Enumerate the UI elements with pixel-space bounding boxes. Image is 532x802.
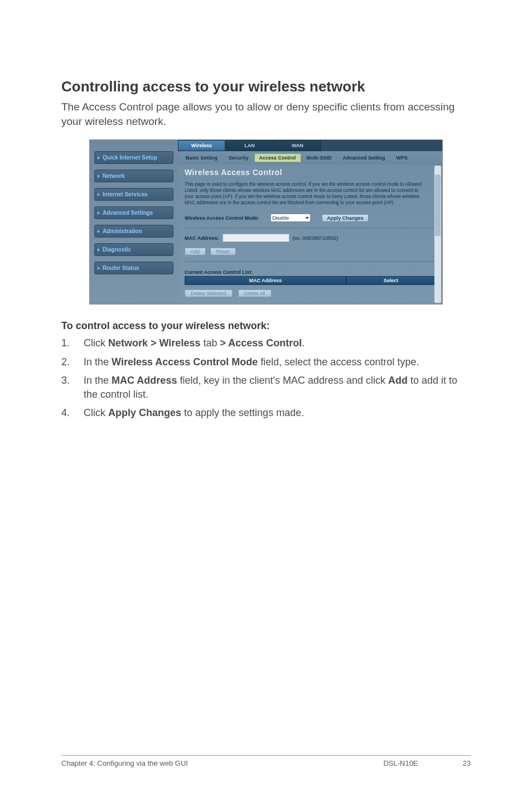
sidebar-item-diagnostic[interactable]: Diagnostic — [94, 243, 173, 256]
top-tab-row: Wireless LAN WAN — [178, 140, 442, 151]
reset-button[interactable]: Reset — [210, 248, 236, 255]
mode-select-value: Disable — [272, 215, 289, 221]
sidebar-item-quick-internet-setup[interactable]: Quick Internet Setup — [94, 151, 173, 164]
step-bold: Add — [388, 375, 408, 386]
add-button[interactable]: Add — [185, 248, 206, 255]
step-number: 2. — [61, 355, 84, 369]
subtab-basic-setting[interactable]: Basic Setting — [180, 153, 223, 162]
intro-paragraph: The Access Control page allows you to al… — [61, 100, 471, 128]
step-bold: MAC Address — [112, 375, 177, 386]
step-1: 1. Click Network > Wireless tab > Access… — [61, 336, 471, 350]
mac-address-label: MAC Address: — [185, 235, 219, 241]
mode-select[interactable]: Disable — [270, 214, 311, 222]
step-2: 2. In the Wireless Access Control Mode f… — [61, 355, 471, 369]
sidebar-item-router-status[interactable]: Router Status — [94, 262, 173, 274]
panel-title: Wireless Access Control — [185, 168, 436, 177]
step-text: . — [302, 337, 304, 349]
step-text: In the — [84, 356, 112, 368]
mac-address-input[interactable] — [223, 234, 289, 242]
subtab-multi-ssid[interactable]: Multi-SSID — [301, 153, 337, 162]
column-mac-address: MAC Address — [185, 276, 346, 285]
step-text: Click — [84, 337, 108, 349]
step-bold: > Access Control — [220, 337, 302, 349]
step-number: 1. — [61, 336, 84, 350]
step-text: Click — [84, 407, 108, 418]
sidebar-item-internet-services[interactable]: Internet Services — [94, 188, 173, 201]
scrollbar[interactable] — [434, 166, 441, 303]
page-footer: Chapter 4: Configuring via the web GUI D… — [61, 755, 471, 767]
step-text: field, key in the client's MAC address a… — [177, 375, 388, 386]
sidebar: Quick Internet Setup Network Internet Se… — [90, 140, 178, 304]
page-heading: Controlling access to your wireless netw… — [61, 78, 471, 95]
step-4: 4. Click Apply Changes to apply the sett… — [61, 406, 471, 420]
instructions-title: To control access to your wireless netwo… — [61, 320, 471, 332]
sidebar-item-administration[interactable]: Administration — [94, 225, 173, 238]
access-control-list-title: Current Access Control List: — [185, 269, 436, 275]
step-text: tab — [200, 337, 220, 349]
delete-all-button[interactable]: Delete All — [238, 289, 272, 297]
step-text: to apply the settings made. — [181, 407, 304, 418]
sub-tab-row: Basic Setting Security Access Control Mu… — [178, 151, 442, 165]
mode-label: Wireless Access Control Mode: — [185, 215, 259, 221]
subtab-access-control[interactable]: Access Control — [254, 153, 301, 162]
subtab-wps[interactable]: WPS — [391, 153, 414, 162]
step-text: field, select the access control type. — [258, 356, 419, 368]
step-3: 3. In the MAC Address field, key in the … — [61, 374, 471, 402]
apply-changes-button[interactable]: Apply Changes — [322, 214, 369, 222]
footer-page-number: 23 — [463, 759, 471, 767]
tab-wan[interactable]: WAN — [274, 140, 321, 151]
tab-wireless[interactable]: Wireless — [178, 140, 225, 151]
step-text: In the — [84, 375, 112, 386]
tab-lan[interactable]: LAN — [226, 140, 273, 151]
subtab-advanced-setting[interactable]: Advanced Setting — [337, 153, 391, 162]
step-number: 4. — [61, 406, 84, 420]
delete-selected-button[interactable]: Delete Selected — [185, 289, 233, 297]
step-bold: Network > Wireless — [108, 337, 200, 349]
subtab-security[interactable]: Security — [223, 153, 254, 162]
instructions-list: 1. Click Network > Wireless tab > Access… — [61, 336, 471, 420]
content-panel: Wireless Access Control This page is use… — [178, 165, 442, 304]
step-bold: Apply Changes — [108, 407, 181, 418]
sidebar-item-network[interactable]: Network — [94, 170, 173, 182]
access-control-table: MAC Address Select — [185, 276, 436, 285]
footer-chapter: Chapter 4: Configuring via the web GUI — [61, 759, 188, 767]
column-select: Select — [346, 276, 436, 285]
footer-model: DSL-N10E — [383, 759, 418, 767]
screenshot: Quick Internet Setup Network Internet Se… — [89, 139, 443, 305]
panel-description: This page is used to configure the wirel… — [185, 181, 436, 206]
step-bold: Wireless Access Control Mode — [112, 356, 258, 368]
mac-example: (ex. 00E086710502) — [293, 235, 338, 241]
step-number: 3. — [61, 374, 84, 402]
sidebar-item-advanced-settings[interactable]: Advanced Settings — [94, 206, 173, 219]
